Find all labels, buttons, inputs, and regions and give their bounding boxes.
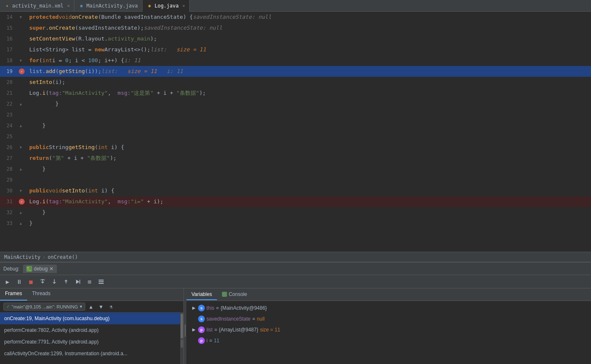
code-line-22: 22 ▲ } (0, 99, 591, 109)
frame-item-callactivity[interactable]: callActivityOnCreate:1299, Instrumentati… (0, 348, 183, 359)
line-content-15: super.onCreate(savedInstanceState); save… (28, 23, 591, 33)
tab-activity-main-xml[interactable]: ✦ activity_main.xml ✕ (0, 0, 74, 12)
run-to-cursor-button[interactable] (73, 277, 83, 287)
code-line-23: 23 (0, 109, 591, 120)
var-val-this: {MainActivity@9486} (221, 304, 267, 312)
gutter-31 (16, 196, 28, 207)
var-expand-this[interactable]: ▶ (191, 306, 196, 311)
line-content-23 (28, 109, 591, 120)
tab-console[interactable]: Console (217, 289, 252, 300)
gutter-22: ▲ (16, 99, 28, 109)
gutter-20 (16, 77, 28, 88)
step-into-button[interactable] (49, 277, 59, 287)
code-line-32: 32 ▲ } (0, 207, 591, 218)
frames-toolbar: ✓ "main"@9,105 ...ain": RUNNING ▾ ▲ ▼ ⚗ (0, 301, 183, 313)
debug-tab-label: debug (34, 266, 48, 272)
filter-button[interactable]: ⚗ (107, 303, 115, 311)
frame-down-button[interactable]: ▼ (97, 303, 105, 311)
var-expand-list[interactable]: ▶ (191, 327, 196, 332)
line-num-30: 30 (0, 185, 16, 196)
frame-text-oncreate: onCreate:19, MainActivity (com.lucashu.d… (4, 316, 110, 321)
line-content-24: } (28, 120, 591, 131)
thread-selector[interactable]: ✓ "main"@9,105 ...ain": RUNNING ▾ (3, 303, 85, 311)
resume-button[interactable]: ▶ (3, 277, 13, 287)
java-file-icon-blue: ◉ (79, 3, 84, 9)
gutter-27 (16, 153, 28, 164)
step-out-button[interactable] (61, 277, 71, 287)
var-val-list: {ArrayList@9487} (219, 326, 258, 334)
gutter-19 (16, 66, 28, 77)
scroll-thumb-bottom[interactable] (181, 339, 183, 348)
frames-list: onCreate:19, MainActivity (com.lucashu.d… (0, 313, 183, 364)
fold-28[interactable]: ▲ (20, 167, 24, 171)
gutter-29 (16, 174, 28, 185)
breakpoint-31[interactable] (19, 199, 25, 205)
frame-text-performcreate1: performCreate:7802, Activity (android.ap… (4, 327, 99, 333)
stop-button[interactable]: ■ (26, 277, 36, 287)
tab-threads[interactable]: Threads (27, 288, 56, 301)
breadcrumb: MainActivity › onCreate() (0, 252, 591, 262)
line-num-28: 28 (0, 164, 16, 174)
tab-mainactivity-java[interactable]: ◉ MainActivity.java (74, 0, 143, 12)
gutter-17 (16, 44, 28, 55)
frame-item-oncreate[interactable]: onCreate:19, MainActivity (com.lucashu.d… (0, 313, 183, 324)
code-line-18: 18 ▼ for (int i = 0; i < 100; i++) { i: … (0, 55, 591, 66)
debug-content: Frames Threads ✓ "main"@9,105 ...ain": R… (0, 288, 591, 364)
step-over-button[interactable] (38, 277, 48, 287)
fold-24[interactable]: ▲ (20, 124, 24, 128)
line-num-23: 23 (0, 109, 16, 120)
variables-header: Variables Console (186, 288, 591, 301)
line-num-15: 15 (0, 23, 16, 33)
tab-log-java[interactable]: ◉ Log.java ✕ (143, 0, 190, 12)
line-content-29 (28, 174, 591, 185)
code-line-20: 20 setInto(i); (0, 77, 591, 88)
close-tab-log[interactable]: ✕ (182, 3, 185, 8)
frame-up-button[interactable]: ▲ (87, 303, 95, 311)
gutter-14: ▼ (16, 12, 28, 23)
fold-32[interactable]: ▲ (20, 210, 24, 215)
breadcrumb-method: onCreate() (48, 254, 78, 260)
line-content-19: list.add(getSting(i)); list: size = 11 i… (28, 66, 591, 77)
gutter-28: ▲ (16, 164, 28, 174)
tab-frames[interactable]: Frames (0, 288, 27, 301)
fold-22[interactable]: ▲ (20, 102, 24, 106)
var-type-this: s (198, 305, 205, 311)
var-name-this: this (206, 304, 214, 312)
line-num-22: 22 (0, 99, 16, 109)
frame-item-performcreate2[interactable]: performCreate:7791, Activity (android.ap… (0, 336, 183, 348)
var-expand-saved: ▶ (191, 316, 196, 321)
line-content-33: } (28, 218, 591, 229)
gutter-16 (16, 33, 28, 44)
debug-tab[interactable]: 🐛 debug ✕ (23, 265, 57, 273)
scroll-thumb[interactable] (181, 313, 183, 339)
line-content-14: protected void onCreate(Bundle savedInst… (28, 12, 591, 23)
fold-26[interactable]: ▼ (20, 145, 24, 149)
trace-button[interactable] (96, 277, 106, 287)
debug-tab-bar: Debug: 🐛 debug ✕ (0, 263, 591, 275)
fold-18[interactable]: ▼ (20, 58, 24, 63)
pause-button[interactable]: ⏸ (14, 277, 24, 287)
fold-14[interactable]: ▼ (20, 15, 24, 19)
evaluate-button[interactable]: ⊞ (84, 277, 94, 287)
close-tab-activity-main[interactable]: ✕ (67, 3, 70, 8)
line-num-18: 18 (0, 55, 16, 66)
frame-item-performcreate1[interactable]: performCreate:7802, Activity (android.ap… (0, 324, 183, 336)
line-content-16: setContentView(R.layout.activity_main); (28, 33, 591, 44)
var-eq-i: = (209, 336, 212, 345)
tab-variables[interactable]: Variables (186, 289, 217, 300)
line-num-27: 27 (0, 153, 16, 164)
gutter-21 (16, 88, 28, 99)
breakpoint-19[interactable] (19, 68, 25, 74)
fold-33[interactable]: ▲ (20, 221, 24, 225)
line-num-33: 33 (0, 218, 16, 229)
tab-label-log: Log.java (155, 3, 179, 9)
gutter-30: ▼ (16, 185, 28, 196)
debug-toolbar: ▶ ⏸ ■ ⊞ (0, 275, 591, 288)
line-num-25: 25 (0, 131, 16, 142)
console-icon (222, 292, 227, 297)
debug-tab-icon: 🐛 (26, 266, 32, 272)
gutter-15 (16, 23, 28, 33)
fold-30[interactable]: ▼ (20, 189, 24, 193)
close-debug-tab[interactable]: ✕ (49, 266, 53, 272)
breadcrumb-separator: › (43, 254, 46, 260)
